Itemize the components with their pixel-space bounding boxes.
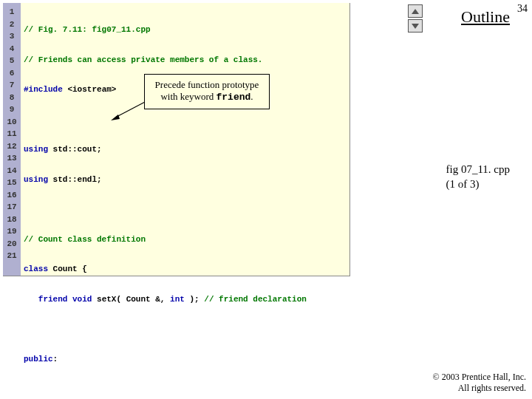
- line-number: 3: [3, 30, 21, 43]
- nav-buttons: [408, 4, 423, 34]
- line-number: 15: [3, 177, 21, 189]
- code-text: // friend declaration: [204, 295, 307, 304]
- code-text: // Fig. 7.11: fig07_11.cpp: [24, 25, 151, 34]
- line-number: 6: [3, 67, 21, 80]
- line-number: 17: [3, 201, 21, 214]
- line-number: 19: [3, 225, 21, 238]
- code-text: int: [170, 295, 185, 304]
- line-number: 14: [3, 165, 21, 177]
- line-number: 1: [3, 6, 21, 18]
- line-number: 9: [3, 103, 21, 116]
- line-number: 12: [3, 140, 21, 153]
- nav-down-button[interactable]: [408, 19, 423, 33]
- outline-heading: Outline: [461, 7, 510, 27]
- code-text: :: [53, 355, 58, 364]
- line-number: 2: [3, 18, 21, 31]
- line-number: 8: [3, 92, 21, 104]
- code-text: );: [185, 295, 204, 304]
- copyright-notice: © 2003 Prentice Hall, Inc. All rights re…: [433, 372, 526, 395]
- code-text: std::cout;: [53, 145, 102, 154]
- line-number: 20: [3, 238, 21, 250]
- figure-page-part: (1 of 3): [446, 177, 510, 192]
- code-body: // Fig. 7.11: fig07_11.cpp // Friends ca…: [24, 6, 307, 399]
- code-text: friend void: [24, 295, 97, 304]
- line-number: 21: [3, 250, 21, 262]
- code-panel: 1 2 3 4 5 6 7 8 9 10 11 12 13 14 15 16 1…: [3, 3, 350, 276]
- triangle-up-icon: [412, 9, 419, 14]
- line-gutter: 1 2 3 4 5 6 7 8 9 10 11 12 13 14 15 16 1…: [3, 3, 21, 276]
- line-number: 13: [3, 152, 21, 165]
- line-number: 10: [3, 116, 21, 129]
- code-text: using: [24, 175, 53, 184]
- code-text: setX( Count &,: [97, 295, 170, 304]
- line-number: 11: [3, 128, 21, 140]
- line-number: 18: [3, 214, 21, 226]
- figure-label: fig 07_11. cpp (1 of 3): [446, 163, 510, 191]
- line-number: 4: [3, 43, 21, 55]
- copyright-line: All rights reserved.: [433, 383, 526, 395]
- callout-box: Precede function prototype with keyword …: [144, 74, 270, 109]
- line-number: 16: [3, 189, 21, 202]
- code-text: <iostream>: [67, 85, 116, 94]
- code-text: // Count class definition: [24, 235, 146, 244]
- page-number: 34: [517, 3, 528, 15]
- nav-up-button[interactable]: [408, 4, 423, 18]
- code-text: #include: [24, 85, 67, 94]
- figure-filename: fig 07_11. cpp: [446, 163, 510, 177]
- code-text: using: [24, 145, 53, 154]
- code-text: class: [24, 265, 53, 273]
- copyright-line: © 2003 Prentice Hall, Inc.: [433, 372, 526, 383]
- line-number: 7: [3, 79, 21, 92]
- code-text: public: [24, 355, 53, 364]
- line-number: 5: [3, 55, 21, 67]
- code-text: // Friends can access private members of…: [24, 55, 262, 64]
- code-text: std::endl;: [53, 175, 102, 184]
- callout-text: Precede function prototype: [151, 79, 263, 91]
- callout-text: with keyword friend.: [151, 91, 263, 103]
- code-text: Count {: [53, 265, 87, 273]
- triangle-down-icon: [412, 24, 419, 29]
